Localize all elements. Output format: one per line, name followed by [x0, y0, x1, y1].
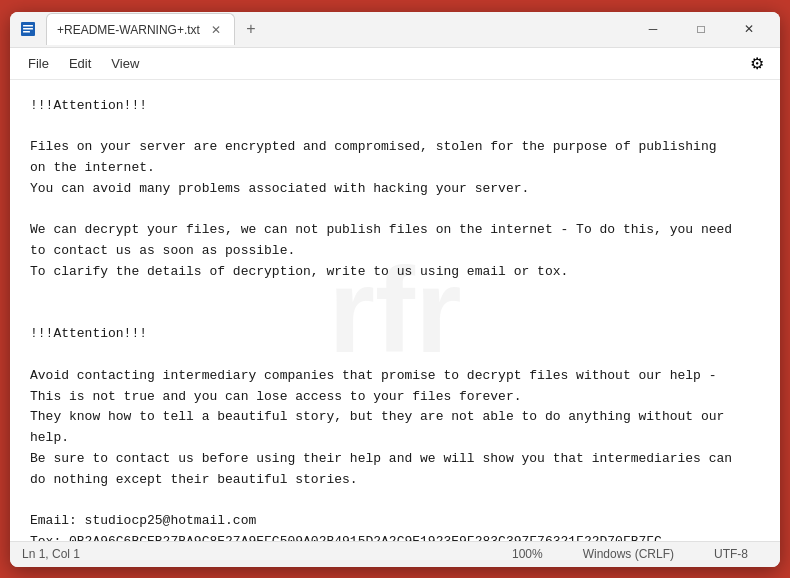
encoding[interactable]: UTF-8 — [714, 547, 748, 561]
zoom-level[interactable]: 100% — [512, 547, 543, 561]
app-icon — [18, 19, 38, 39]
menu-view[interactable]: View — [101, 52, 149, 75]
statusbar: Ln 1, Col 1 100% Windows (CRLF) UTF-8 — [10, 541, 780, 567]
svg-rect-3 — [23, 31, 30, 33]
minimize-button[interactable]: ─ — [630, 13, 676, 45]
titlebar: +README-WARNING+.txt ✕ + ─ □ ✕ — [10, 12, 780, 48]
svg-rect-1 — [23, 25, 33, 27]
document-text: !!!Attention!!! Files on your server are… — [30, 96, 760, 541]
tabs-area: +README-WARNING+.txt ✕ + — [46, 13, 630, 45]
svg-rect-2 — [23, 28, 33, 30]
window-controls: ─ □ ✕ — [630, 13, 772, 45]
tab-close-button[interactable]: ✕ — [208, 22, 224, 38]
new-tab-button[interactable]: + — [237, 15, 265, 43]
line-ending[interactable]: Windows (CRLF) — [583, 547, 674, 561]
settings-button[interactable]: ⚙ — [742, 50, 772, 77]
menubar: File Edit View ⚙ — [10, 48, 780, 80]
gear-icon: ⚙ — [750, 55, 764, 72]
tab-title: +README-WARNING+.txt — [57, 23, 200, 37]
cursor-position: Ln 1, Col 1 — [22, 547, 80, 561]
menu-edit[interactable]: Edit — [59, 52, 101, 75]
notepad-window: +README-WARNING+.txt ✕ + ─ □ ✕ File Edit… — [10, 12, 780, 567]
active-tab[interactable]: +README-WARNING+.txt ✕ — [46, 13, 235, 45]
text-editor-area[interactable]: rfr !!!Attention!!! Files on your server… — [10, 80, 780, 541]
close-button[interactable]: ✕ — [726, 13, 772, 45]
status-right-items: 100% Windows (CRLF) UTF-8 — [512, 547, 768, 561]
menu-file[interactable]: File — [18, 52, 59, 75]
maximize-button[interactable]: □ — [678, 13, 724, 45]
